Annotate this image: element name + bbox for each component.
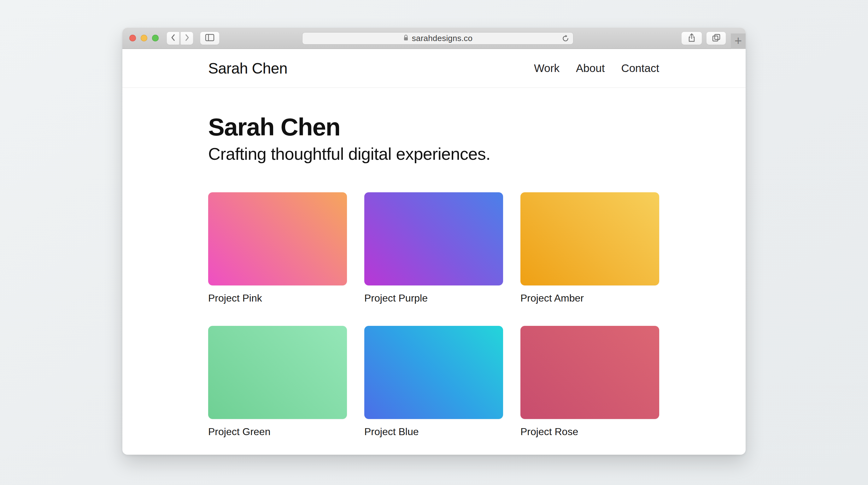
project-grid: Project Pink Project Purple Project Ambe… [208,192,659,438]
chevron-left-icon [170,33,176,43]
plus-icon: + [735,34,742,47]
site-logo[interactable]: Sarah Chen [208,60,287,77]
nav-link-about[interactable]: About [576,62,604,75]
browser-toolbar: sarahdesigns.co [122,28,746,49]
sidebar-panel-icon [205,33,215,43]
project-card: Project Pink [208,192,347,304]
share-icon [687,32,696,44]
site-header: Sarah Chen Work About Contact [208,49,659,87]
project-label: Project Purple [364,292,503,304]
lock-icon [403,34,409,43]
zoom-window-button[interactable] [152,35,159,41]
back-button[interactable] [166,32,180,45]
share-button[interactable] [681,32,702,45]
url-text: sarahdesigns.co [412,33,472,43]
hero-title: Sarah Chen [208,114,340,141]
project-card: Project Rose [520,326,659,438]
reload-button[interactable] [561,34,569,42]
new-tab-button[interactable]: + [731,33,746,49]
project-tile[interactable] [364,192,503,285]
minimize-window-button[interactable] [141,35,147,41]
desktop-background: sarahdesigns.co [0,0,868,485]
project-label: Project Amber [520,292,659,304]
nav-link-work[interactable]: Work [534,62,560,75]
project-label: Project Blue [364,426,503,438]
header-divider [122,87,746,88]
browser-window: sarahdesigns.co [122,28,746,455]
nav-link-contact[interactable]: Contact [621,62,659,75]
sidebar-toggle-button[interactable] [200,32,219,45]
project-card: Project Blue [364,326,503,438]
project-label: Project Rose [520,426,659,438]
project-tile[interactable] [208,192,347,285]
project-label: Project Pink [208,292,347,304]
project-card: Project Amber [520,192,659,304]
hero-subtitle: Crafting thoughtful digital experiences. [208,144,491,164]
project-card: Project Purple [364,192,503,304]
project-tile[interactable] [520,326,659,419]
project-card: Project Green [208,326,347,438]
project-label: Project Green [208,426,347,438]
chevron-right-icon [184,33,190,43]
forward-button[interactable] [180,32,193,45]
project-tile[interactable] [208,326,347,419]
site-nav: Work About Contact [534,62,659,75]
project-tile[interactable] [364,326,503,419]
address-bar[interactable]: sarahdesigns.co [302,32,574,45]
close-window-button[interactable] [129,35,136,41]
overlapping-windows-icon [712,33,721,43]
project-tile[interactable] [520,192,659,285]
tab-overview-button[interactable] [706,32,726,45]
